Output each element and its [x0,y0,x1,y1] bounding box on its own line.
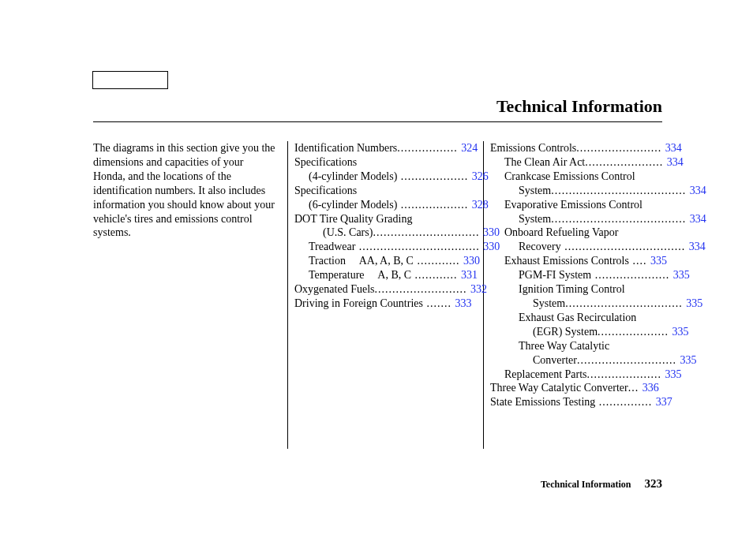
toc-entry: DOT Tire Quality Grading [294,212,475,226]
toc-dots: ....... [423,297,455,309]
toc-page-link[interactable]: 337 [656,396,672,408]
toc-page-link[interactable]: 335 [686,297,702,309]
toc-dots: ................... [397,170,472,182]
toc-dots: .................... [598,326,672,338]
toc-dots: ..................... [587,368,665,380]
toc-label: Onboard Refueling Vapor [504,226,618,238]
toc-sublabel: AA, A, B, C [359,255,414,267]
toc-entry: Traction AA, A, B, C ............ 330 [294,254,475,268]
content-columns: The diagrams in this section give you th… [93,141,662,449]
toc-label: State Emissions Testing [490,396,595,408]
toc-entry: System..................................… [490,212,662,226]
toc-label: Three Way Catalytic Converter [490,382,628,394]
toc-entry: Replacement Parts..................... 3… [490,368,662,382]
page-body: Technical Information The diagrams in th… [0,96,753,449]
toc-page-link[interactable]: 334 [667,156,684,168]
toc-label: Traction [309,255,346,267]
toc-entry: Three Way Catalytic Converter... 336 [490,381,662,395]
toc-entry: Exhaust Emissions Controls .... 335 [490,254,662,268]
toc-dots: ................................. [565,297,686,309]
toc-dots: .......................... [374,283,470,295]
toc-entry: Recovery ...............................… [490,240,662,254]
toc-entry: State Emissions Testing ............... … [490,395,662,409]
toc-label: Identification Numbers [294,142,397,154]
toc-entry: Identification Numbers................. … [294,141,475,155]
toc-label: Oxygenated Fuels [294,283,374,295]
page-footer: Technical Information 323 [541,477,662,491]
toc-entry: Specifications [294,155,475,170]
toc-label: The Clean Air Act [504,156,585,168]
toc-label: Exhaust Emissions Controls [504,255,629,267]
toc-dots: ................... [397,199,472,211]
toc-entry: System................................. … [490,297,662,311]
toc-entry: (EGR) System.................... 335 [490,325,662,339]
toc-sublabel: A, B, C [377,269,411,281]
toc-label: (4-cylinder Models) [309,170,397,182]
toc-label: Evaporative Emissions Control [504,199,642,211]
toc-page-link[interactable]: 333 [455,297,471,309]
toc-page-link[interactable]: 335 [673,269,690,281]
toc-dots: ........................ [576,142,665,154]
toc-dots: .... [629,255,650,267]
toc-label: Converter [533,354,577,366]
toc-label: Recovery [519,241,561,252]
toc-label: System [519,213,551,225]
toc-entry: (4-cylinder Models) ................... … [294,170,475,184]
toc-dots: ...................... [585,156,667,168]
toc-label: Treadwear [309,241,355,252]
toc-label: DOT Tire Quality Grading [294,213,412,225]
toc-dots: ...................................... [551,185,690,196]
toc-label: Specifications [294,185,357,196]
toc-label: Ignition Timing Control [519,283,625,295]
toc-dots: ............ [414,255,463,267]
toc-label: Specifications [294,156,357,168]
toc-page-link[interactable]: 334 [665,142,682,154]
toc-dots: .................................. [355,241,483,252]
toc-page-link[interactable]: 335 [665,368,682,380]
toc-page-link[interactable]: 330 [463,255,480,267]
toc-page-link[interactable]: 335 [672,326,689,338]
toc-column-2: Emissions Controls......................… [484,141,662,449]
toc-page-link[interactable]: 334 [689,241,706,252]
toc-label: System [533,297,565,309]
intro-text: The diagrams in this section give you th… [93,141,278,240]
toc-page-link[interactable]: 336 [642,382,659,394]
toc-label: System [519,185,551,196]
toc-label: (6-cylinder Models) [309,199,397,211]
toc-label: Temperature [309,269,365,281]
toc-entry: Temperature A, B, C ............ 331 [294,268,475,282]
toc-label: Emissions Controls [490,142,576,154]
toc-label: Replacement Parts [504,368,587,380]
toc-label: Driving in Foreign Countries [294,297,423,309]
toc-entry: (U.S. Cars).............................… [294,226,475,240]
page-header: Technical Information [93,96,662,122]
toc-page-link[interactable]: 334 [690,213,706,225]
toc-page-link[interactable]: 335 [680,354,696,366]
toc-dots: ............................ [577,354,680,366]
section-tab-box [92,71,168,89]
toc-entry: Driving in Foreign Countries ....... 333 [294,297,475,311]
page-title: Technical Information [496,96,662,116]
toc-page-link[interactable]: 335 [650,255,667,267]
toc-dots: ... [628,382,642,394]
toc-label: (U.S. Cars) [323,226,373,238]
toc-entry: Exhaust Gas Recirculation [490,311,662,325]
footer-title: Technical Information [541,479,631,490]
toc-entry: PGM-FI System ..................... 335 [490,268,662,282]
toc-entry: System..................................… [490,184,662,198]
toc-page-link[interactable]: 334 [690,185,706,196]
toc-label: (EGR) System [533,326,598,338]
intro-column: The diagrams in this section give you th… [93,141,287,449]
toc-entry: Onboard Refueling Vapor [490,226,662,240]
toc-dots: ...................................... [551,213,690,225]
toc-page-link[interactable]: 324 [461,142,478,154]
toc-entry: Three Way Catalytic [490,339,662,353]
toc-label: PGM-FI System [519,269,591,281]
toc-entry: Treadwear ..............................… [294,240,475,254]
toc-entry: Ignition Timing Control [490,282,662,297]
toc-page-link[interactable]: 331 [461,269,478,281]
toc-column-1: Identification Numbers................. … [288,141,483,449]
toc-dots: .............................. [373,226,483,238]
toc-label: Exhaust Gas Recirculation [519,312,636,323]
toc-entry: Evaporative Emissions Control [490,198,662,212]
